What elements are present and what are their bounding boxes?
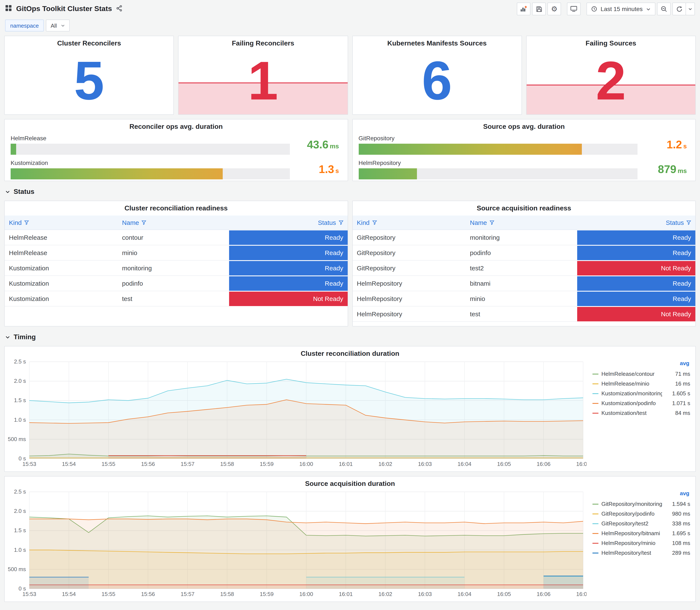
panel-title[interactable]: Cluster Reconcilers (5, 36, 174, 47)
table-row: HelmRepositorytestNot Ready (353, 306, 695, 322)
dashboard-body: Cluster Reconcilers 5 Failing Reconciler… (0, 36, 700, 607)
filter-icon (24, 220, 29, 225)
cell-kind: HelmRelease (5, 230, 118, 245)
chevron-down-icon (688, 7, 693, 11)
plot-area[interactable]: 0 s500 ms1.0 s1.5 s2.0 s2.5 s15:5315:541… (5, 488, 587, 598)
cell-kind: Kustomization (5, 276, 118, 291)
legend-series-name[interactable]: HelmRelease/contour (601, 371, 662, 377)
column-header-name[interactable]: Name (466, 215, 577, 230)
panel-title[interactable]: Source acquisition duration (5, 477, 695, 487)
refresh-button[interactable] (672, 2, 686, 15)
variable-namespace-label[interactable]: namespace (5, 19, 44, 31)
cell-status: Ready (229, 260, 348, 276)
cell-status: Not Ready (577, 306, 696, 322)
column-header-status[interactable]: Status (577, 215, 696, 230)
svg-text:15:55: 15:55 (101, 591, 115, 597)
svg-text:15:57: 15:57 (181, 461, 194, 467)
legend-item: HelmRelease/contour71 ms (592, 369, 690, 379)
legend-series-name[interactable]: HelmRepository/bitnami (601, 530, 662, 536)
cell-kind: GitRepository (353, 245, 466, 260)
refresh-interval-dropdown[interactable] (686, 2, 695, 15)
column-header-status[interactable]: Status (229, 215, 348, 230)
cell-status: Ready (229, 230, 348, 245)
svg-text:16:05: 16:05 (497, 591, 511, 597)
legend-series-name[interactable]: Kustomization/test (601, 410, 662, 416)
legend-series-name[interactable]: HelmRepository/minio (601, 540, 662, 546)
legend-avg-header[interactable]: avg (592, 360, 690, 369)
chevron-down-icon (5, 335, 10, 340)
column-header-name[interactable]: Name (118, 215, 229, 230)
legend-series-swatch (592, 552, 599, 553)
add-panel-button[interactable] (517, 2, 531, 15)
legend-series-name[interactable]: GitRepository/podinfo (601, 511, 662, 517)
legend-series-name[interactable]: GitRepository/monitoring (601, 501, 662, 507)
svg-text:16:01: 16:01 (339, 591, 353, 597)
svg-text:15:58: 15:58 (220, 461, 234, 467)
cell-status: Ready (577, 291, 696, 306)
svg-text:16:04: 16:04 (457, 591, 471, 597)
gauge-row-helmrepository: HelmRepository 879ms (358, 159, 689, 179)
svg-text:1.0 s: 1.0 s (14, 417, 26, 423)
legend-series-name[interactable]: Kustomization/podinfo (601, 400, 662, 406)
legend-avg-header[interactable]: avg (592, 490, 690, 499)
svg-text:16:03: 16:03 (418, 461, 432, 467)
status-badge: Not Ready (577, 261, 696, 275)
cell-kind: HelmRepository (353, 306, 466, 322)
svg-text:15:54: 15:54 (62, 591, 76, 597)
panel-title[interactable]: Cluster reconciliation readiness (5, 201, 347, 212)
column-header-kind[interactable]: Kind (353, 215, 466, 230)
status-badge: Ready (229, 245, 348, 260)
section-header-status[interactable]: Status (4, 185, 696, 196)
panel-title[interactable]: Kubernetes Manifests Sources (353, 36, 521, 47)
cell-name: podinfo (466, 245, 577, 260)
time-range-picker[interactable]: Last 15 minutes (587, 2, 655, 15)
save-dashboard-button[interactable] (532, 2, 546, 15)
legend-series-name[interactable]: HelmRepository/test (601, 550, 662, 556)
panel-title[interactable]: Source ops avg. duration (353, 119, 695, 130)
variable-namespace-picker[interactable]: All (46, 19, 69, 31)
legend-series-name[interactable]: GitRepository/test2 (601, 520, 662, 527)
panel-title[interactable]: Source acquisition readiness (353, 201, 695, 212)
gauge-track (358, 168, 637, 179)
dashboard-settings-button[interactable]: ⚙ (548, 2, 561, 15)
gauge-bar (11, 168, 223, 179)
svg-text:16:05: 16:05 (497, 461, 511, 467)
stat-panel-failing-sources: Failing Sources 2 (526, 36, 696, 115)
panel-title[interactable]: Cluster reconciliation duration (5, 347, 695, 357)
legend-item: Kustomization/podinfo1.071 s (592, 398, 690, 408)
panel-title[interactable]: Reconciler ops avg. duration (5, 119, 347, 130)
cell-kind: GitRepository (353, 230, 466, 245)
share-icon[interactable] (116, 5, 123, 13)
zoom-out-button[interactable] (657, 2, 671, 15)
legend-series-swatch (592, 393, 599, 394)
panel-title[interactable]: Failing Sources (526, 36, 696, 47)
chart-row-1: Cluster reconciliation duration 0 s500 m… (4, 346, 696, 472)
legend-item: Kustomization/test84 ms (592, 408, 690, 418)
gauge-row-helmrelease: HelmRelease 43.6ms (11, 135, 342, 155)
plot-area[interactable]: 0 s500 ms1.0 s1.5 s2.0 s2.5 s15:5315:541… (5, 358, 587, 468)
cell-kind: Kustomization (5, 291, 118, 306)
chevron-down-icon (646, 6, 651, 11)
gauge-value: 1.2s (667, 138, 689, 151)
stat-panel-cluster-reconcilers: Cluster Reconcilers 5 (4, 36, 174, 115)
svg-text:16:00: 16:00 (299, 591, 313, 597)
table-row: HelmReleaseminioReady (5, 245, 347, 260)
section-header-timing[interactable]: Timing (4, 331, 696, 342)
legend-series-swatch (592, 373, 599, 374)
legend-series-name[interactable]: Kustomization/monitoring (601, 390, 662, 397)
filter-icon (372, 220, 377, 225)
legend-series-avg: 289 ms (662, 550, 690, 556)
filter-icon (686, 220, 691, 225)
column-header-kind[interactable]: Kind (5, 215, 118, 230)
svg-text:2.5 s: 2.5 s (14, 358, 26, 365)
dashboard-grid-icon[interactable] (5, 5, 12, 13)
timeseries-panel-source-acquisition-duration: Source acquisition duration 0 s500 ms1.0… (4, 476, 696, 602)
zoom-out-icon (661, 6, 667, 12)
svg-text:15:56: 15:56 (141, 591, 155, 597)
tv-mode-button[interactable] (567, 2, 581, 15)
panel-title[interactable]: Failing Reconcilers (179, 36, 348, 47)
table-body: HelmReleasecontourReadyHelmReleaseminioR… (5, 230, 347, 306)
legend-series-swatch (592, 513, 599, 514)
legend-series-name[interactable]: HelmRelease/minio (601, 381, 662, 387)
legend-item: HelmRelease/minio16 ms (592, 379, 690, 388)
